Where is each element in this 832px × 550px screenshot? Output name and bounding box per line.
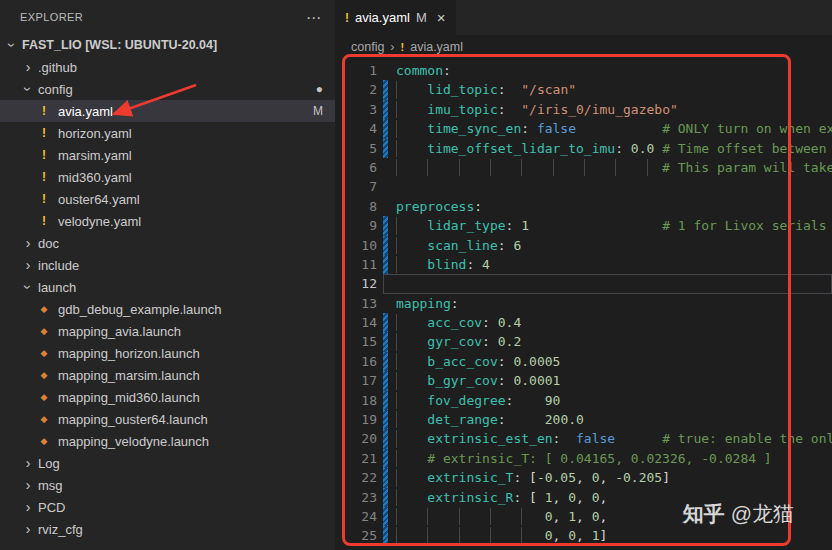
indent-guide <box>459 527 460 544</box>
code-line-18[interactable]: 18 fov_degree: 90 <box>339 391 832 410</box>
tree-item-.github[interactable]: ›.github <box>0 56 335 78</box>
close-icon[interactable]: × <box>437 9 446 26</box>
indent-guide <box>396 217 397 234</box>
chevron-right-icon: › <box>20 258 36 272</box>
tree-item-label: velodyne.yaml <box>58 214 335 229</box>
tree-item-mid360.yaml[interactable]: !mid360.yaml <box>0 166 335 188</box>
tree-item-mapping-ouster64.launch[interactable]: ◆mapping_ouster64.launch <box>0 408 335 430</box>
code-line-body: imu_topic: "/iris_0/imu_gazebo" <box>383 100 832 119</box>
code-line-13[interactable]: 13mapping: <box>339 294 832 313</box>
tree-item-log[interactable]: ›Log <box>0 452 335 474</box>
code-line-text: scan_line: 6 <box>396 236 832 255</box>
watermark-handle: @龙猫 <box>731 502 794 525</box>
chevron-down-icon: › <box>21 279 35 295</box>
tab-label: avia.yaml <box>355 10 410 25</box>
code-line-body: scan_line: 6 <box>383 236 832 255</box>
code-line-9[interactable]: 9 lidar_type: 1 # 1 for Livox serials L <box>339 216 832 235</box>
code-line-5[interactable]: 5 time_offset_lidar_to_imu: 0.0 # Time o… <box>339 139 832 158</box>
gutter-spacer <box>383 177 388 196</box>
breadcrumb-item-file[interactable]: avia.yaml <box>410 40 463 54</box>
tree-item-mapping-horizon.launch[interactable]: ◆mapping_horizon.launch <box>0 342 335 364</box>
code-line-15[interactable]: 15 gyr_cov: 0.2 <box>339 332 832 351</box>
tree-item-include[interactable]: ›include <box>0 254 335 276</box>
tree-item-ouster64.yaml[interactable]: !ouster64.yaml <box>0 188 335 210</box>
tree-item-doc[interactable]: ›doc <box>0 232 335 254</box>
code-line-text: fov_degree: 90 <box>396 391 832 410</box>
yaml-file-icon: ! <box>36 192 52 206</box>
git-change-bar <box>383 216 388 235</box>
more-actions-icon[interactable]: ⋯ <box>306 10 321 25</box>
code-line-4[interactable]: 4 time_sync_en: false # ONLY turn on whe… <box>339 119 832 138</box>
code-line-11[interactable]: 11 blind: 4 <box>339 255 832 274</box>
code-line-17[interactable]: 17 b_gyr_cov: 0.0001 <box>339 371 832 390</box>
line-number: 22 <box>339 468 383 487</box>
code-line-2[interactable]: 2 lid_topic: "/scan" <box>339 80 832 99</box>
tree-item-mapping-marsim.launch[interactable]: ◆mapping_marsim.launch <box>0 364 335 386</box>
tree-item-label: msg <box>38 478 335 493</box>
tree-item-mapping-avia.launch[interactable]: ◆mapping_avia.launch <box>0 320 335 342</box>
gutter-spacer <box>383 158 388 177</box>
tree-item-label: config <box>38 82 316 97</box>
code-line-14[interactable]: 14 acc_cov: 0.4 <box>339 313 832 332</box>
breadcrumb-item-config[interactable]: config <box>351 40 384 54</box>
tree-item-launch[interactable]: ›launch <box>0 276 335 298</box>
tree-item-label: .github <box>38 60 335 75</box>
code-line-16[interactable]: 16 b_acc_cov: 0.0005 <box>339 352 832 371</box>
code-line-text: imu_topic: "/iris_0/imu_gazebo" <box>396 100 832 119</box>
tree-item-avia.yaml[interactable]: !avia.yamlM <box>0 100 335 122</box>
code-line-text <box>396 274 832 293</box>
code-line-8[interactable]: 8preprocess: <box>339 197 832 216</box>
tree-item-msg[interactable]: ›msg <box>0 474 335 496</box>
code-line-25[interactable]: 25 0, 0, 1] <box>339 526 832 545</box>
code-line-body: b_acc_cov: 0.0005 <box>383 352 832 371</box>
indent-guide <box>490 508 491 525</box>
git-change-bar <box>383 139 388 158</box>
code-line-text: extrinsic_est_en: false # true: enable t… <box>396 429 832 448</box>
tree-item-label: mid360.yaml <box>58 170 335 185</box>
tree-item-velodyne.yaml[interactable]: !velodyne.yaml <box>0 210 335 232</box>
tree-item-fast-lio-wsl-ubuntu-20.04-[interactable]: ›FAST_LIO [WSL: UBUNTU-20.04] <box>0 34 335 56</box>
tree-item-horizon.yaml[interactable]: !horizon.yaml <box>0 122 335 144</box>
gutter-spacer <box>383 61 388 80</box>
tree-item-label: mapping_velodyne.launch <box>58 434 335 449</box>
tab-avia-yaml[interactable]: ! avia.yaml M × <box>335 0 456 35</box>
explorer-header: EXPLORER ⋯ <box>0 0 335 34</box>
line-number: 12 <box>339 274 383 293</box>
code-line-10[interactable]: 10 scan_line: 6 <box>339 236 832 255</box>
code-line-20[interactable]: 20 extrinsic_est_en: false # true: enabl… <box>339 429 832 448</box>
indent-guide <box>396 392 397 409</box>
code-editor[interactable]: 1common:2 lid_topic: "/scan"3 imu_topic:… <box>335 59 832 550</box>
tree-item-gdb-debug-example.launch[interactable]: ◆gdb_debug_example.launch <box>0 298 335 320</box>
code-line-7[interactable]: 7 <box>339 177 832 196</box>
chevron-right-icon: › <box>20 478 36 492</box>
code-line-21[interactable]: 21 # extrinsic_T: [ 0.04165, 0.02326, -0… <box>339 449 832 468</box>
gutter-spacer <box>383 274 388 293</box>
git-change-bar <box>383 313 388 332</box>
tree-item-mapping-mid360.launch[interactable]: ◆mapping_mid360.launch <box>0 386 335 408</box>
tree-item-label: FAST_LIO [WSL: UBUNTU-20.04] <box>22 38 335 52</box>
tree-item-rviz-cfg[interactable]: ›rviz_cfg <box>0 518 335 540</box>
code-line-1[interactable]: 1common: <box>339 61 832 80</box>
launch-file-icon: ◆ <box>36 370 52 380</box>
tree-item-label: gdb_debug_example.launch <box>58 302 335 317</box>
code-line-22[interactable]: 22 extrinsic_T: [-0.05, 0, -0.205] <box>339 468 832 487</box>
tree-item-config[interactable]: ›config● <box>0 78 335 100</box>
code-line-12[interactable]: 12 <box>339 274 832 293</box>
tree-item-marsim.yaml[interactable]: !marsim.yaml <box>0 144 335 166</box>
tree-item-pcd[interactable]: ›PCD <box>0 496 335 518</box>
launch-file-icon: ◆ <box>36 304 52 314</box>
code-line-body: blind: 4 <box>383 255 832 274</box>
indent-guide <box>396 372 397 389</box>
code-line-6[interactable]: 6 # This param will take <box>339 158 832 177</box>
indent-guide <box>396 237 397 254</box>
chevron-right-icon: › <box>20 60 36 74</box>
code-line-body: # This param will take <box>383 158 832 177</box>
line-number: 23 <box>339 488 383 507</box>
yaml-file-icon: ! <box>36 126 52 140</box>
code-line-body: common: <box>383 61 832 80</box>
code-line-19[interactable]: 19 det_range: 200.0 <box>339 410 832 429</box>
tree-item-mapping-velodyne.launch[interactable]: ◆mapping_velodyne.launch <box>0 430 335 452</box>
tree-item-label: ouster64.yaml <box>58 192 335 207</box>
code-line-3[interactable]: 3 imu_topic: "/iris_0/imu_gazebo" <box>339 100 832 119</box>
git-change-bar <box>383 371 388 390</box>
